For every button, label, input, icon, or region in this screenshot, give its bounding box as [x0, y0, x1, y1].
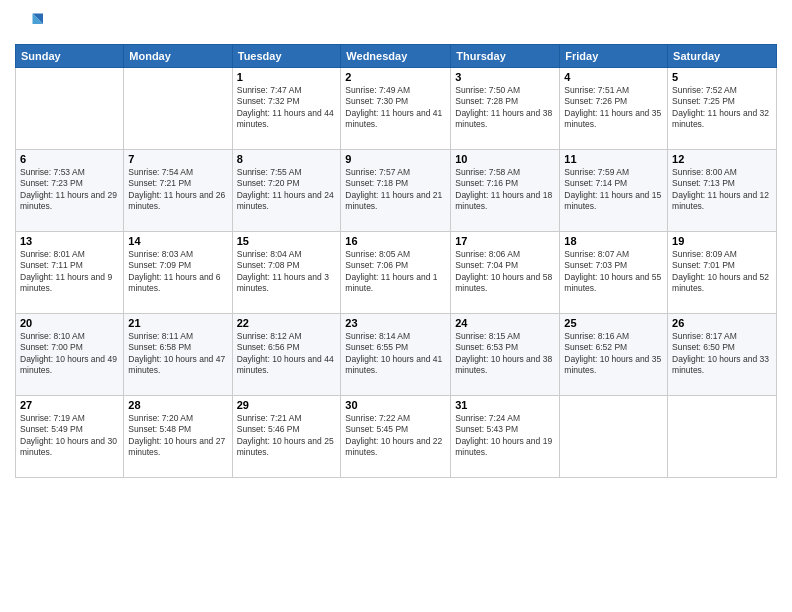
day-info: Sunrise: 8:03 AM Sunset: 7:09 PM Dayligh… [128, 249, 227, 295]
calendar-cell: 14Sunrise: 8:03 AM Sunset: 7:09 PM Dayli… [124, 232, 232, 314]
calendar-cell: 11Sunrise: 7:59 AM Sunset: 7:14 PM Dayli… [560, 150, 668, 232]
day-number: 9 [345, 153, 446, 165]
day-number: 31 [455, 399, 555, 411]
day-number: 22 [237, 317, 337, 329]
calendar-cell: 23Sunrise: 8:14 AM Sunset: 6:55 PM Dayli… [341, 314, 451, 396]
calendar-cell: 9Sunrise: 7:57 AM Sunset: 7:18 PM Daylig… [341, 150, 451, 232]
day-number: 14 [128, 235, 227, 247]
calendar-week-5: 27Sunrise: 7:19 AM Sunset: 5:49 PM Dayli… [16, 396, 777, 478]
calendar-week-1: 1Sunrise: 7:47 AM Sunset: 7:32 PM Daylig… [16, 68, 777, 150]
calendar-cell: 25Sunrise: 8:16 AM Sunset: 6:52 PM Dayli… [560, 314, 668, 396]
page: SundayMondayTuesdayWednesdayThursdayFrid… [0, 0, 792, 612]
calendar-week-3: 13Sunrise: 8:01 AM Sunset: 7:11 PM Dayli… [16, 232, 777, 314]
calendar-cell: 22Sunrise: 8:12 AM Sunset: 6:56 PM Dayli… [232, 314, 341, 396]
day-info: Sunrise: 8:06 AM Sunset: 7:04 PM Dayligh… [455, 249, 555, 295]
calendar-cell [668, 396, 777, 478]
calendar-cell: 8Sunrise: 7:55 AM Sunset: 7:20 PM Daylig… [232, 150, 341, 232]
calendar-cell [560, 396, 668, 478]
day-number: 27 [20, 399, 119, 411]
day-info: Sunrise: 7:52 AM Sunset: 7:25 PM Dayligh… [672, 85, 772, 131]
day-number: 30 [345, 399, 446, 411]
day-info: Sunrise: 8:15 AM Sunset: 6:53 PM Dayligh… [455, 331, 555, 377]
weekday-header-wednesday: Wednesday [341, 45, 451, 68]
calendar-cell: 31Sunrise: 7:24 AM Sunset: 5:43 PM Dayli… [451, 396, 560, 478]
day-info: Sunrise: 7:58 AM Sunset: 7:16 PM Dayligh… [455, 167, 555, 213]
day-number: 28 [128, 399, 227, 411]
day-number: 4 [564, 71, 663, 83]
calendar-cell: 5Sunrise: 7:52 AM Sunset: 7:25 PM Daylig… [668, 68, 777, 150]
day-number: 2 [345, 71, 446, 83]
weekday-header-row: SundayMondayTuesdayWednesdayThursdayFrid… [16, 45, 777, 68]
calendar-cell: 30Sunrise: 7:22 AM Sunset: 5:45 PM Dayli… [341, 396, 451, 478]
logo-icon [15, 10, 43, 38]
calendar-week-4: 20Sunrise: 8:10 AM Sunset: 7:00 PM Dayli… [16, 314, 777, 396]
day-info: Sunrise: 7:59 AM Sunset: 7:14 PM Dayligh… [564, 167, 663, 213]
day-number: 11 [564, 153, 663, 165]
calendar-cell: 19Sunrise: 8:09 AM Sunset: 7:01 PM Dayli… [668, 232, 777, 314]
weekday-header-tuesday: Tuesday [232, 45, 341, 68]
day-number: 23 [345, 317, 446, 329]
day-number: 16 [345, 235, 446, 247]
calendar-cell: 12Sunrise: 8:00 AM Sunset: 7:13 PM Dayli… [668, 150, 777, 232]
day-info: Sunrise: 8:00 AM Sunset: 7:13 PM Dayligh… [672, 167, 772, 213]
day-number: 24 [455, 317, 555, 329]
day-info: Sunrise: 7:20 AM Sunset: 5:48 PM Dayligh… [128, 413, 227, 459]
calendar-week-2: 6Sunrise: 7:53 AM Sunset: 7:23 PM Daylig… [16, 150, 777, 232]
calendar-cell: 3Sunrise: 7:50 AM Sunset: 7:28 PM Daylig… [451, 68, 560, 150]
day-info: Sunrise: 7:50 AM Sunset: 7:28 PM Dayligh… [455, 85, 555, 131]
calendar-table: SundayMondayTuesdayWednesdayThursdayFrid… [15, 44, 777, 478]
day-info: Sunrise: 7:24 AM Sunset: 5:43 PM Dayligh… [455, 413, 555, 459]
weekday-header-friday: Friday [560, 45, 668, 68]
day-info: Sunrise: 7:54 AM Sunset: 7:21 PM Dayligh… [128, 167, 227, 213]
day-info: Sunrise: 7:21 AM Sunset: 5:46 PM Dayligh… [237, 413, 337, 459]
day-number: 15 [237, 235, 337, 247]
calendar-cell: 17Sunrise: 8:06 AM Sunset: 7:04 PM Dayli… [451, 232, 560, 314]
calendar-cell: 16Sunrise: 8:05 AM Sunset: 7:06 PM Dayli… [341, 232, 451, 314]
day-info: Sunrise: 7:22 AM Sunset: 5:45 PM Dayligh… [345, 413, 446, 459]
day-number: 13 [20, 235, 119, 247]
day-info: Sunrise: 8:04 AM Sunset: 7:08 PM Dayligh… [237, 249, 337, 295]
calendar-cell [124, 68, 232, 150]
calendar-cell: 26Sunrise: 8:17 AM Sunset: 6:50 PM Dayli… [668, 314, 777, 396]
day-number: 17 [455, 235, 555, 247]
day-number: 12 [672, 153, 772, 165]
calendar-cell: 13Sunrise: 8:01 AM Sunset: 7:11 PM Dayli… [16, 232, 124, 314]
day-info: Sunrise: 8:11 AM Sunset: 6:58 PM Dayligh… [128, 331, 227, 377]
day-number: 20 [20, 317, 119, 329]
day-number: 10 [455, 153, 555, 165]
day-number: 18 [564, 235, 663, 247]
day-info: Sunrise: 8:09 AM Sunset: 7:01 PM Dayligh… [672, 249, 772, 295]
calendar-cell: 20Sunrise: 8:10 AM Sunset: 7:00 PM Dayli… [16, 314, 124, 396]
calendar-cell: 27Sunrise: 7:19 AM Sunset: 5:49 PM Dayli… [16, 396, 124, 478]
calendar-cell: 6Sunrise: 7:53 AM Sunset: 7:23 PM Daylig… [16, 150, 124, 232]
day-number: 1 [237, 71, 337, 83]
day-info: Sunrise: 7:47 AM Sunset: 7:32 PM Dayligh… [237, 85, 337, 131]
calendar-cell: 24Sunrise: 8:15 AM Sunset: 6:53 PM Dayli… [451, 314, 560, 396]
calendar-cell: 21Sunrise: 8:11 AM Sunset: 6:58 PM Dayli… [124, 314, 232, 396]
day-info: Sunrise: 8:01 AM Sunset: 7:11 PM Dayligh… [20, 249, 119, 295]
calendar-cell: 15Sunrise: 8:04 AM Sunset: 7:08 PM Dayli… [232, 232, 341, 314]
day-number: 25 [564, 317, 663, 329]
day-info: Sunrise: 8:05 AM Sunset: 7:06 PM Dayligh… [345, 249, 446, 295]
weekday-header-thursday: Thursday [451, 45, 560, 68]
day-info: Sunrise: 7:55 AM Sunset: 7:20 PM Dayligh… [237, 167, 337, 213]
day-info: Sunrise: 7:49 AM Sunset: 7:30 PM Dayligh… [345, 85, 446, 131]
day-info: Sunrise: 8:16 AM Sunset: 6:52 PM Dayligh… [564, 331, 663, 377]
weekday-header-monday: Monday [124, 45, 232, 68]
calendar-cell: 2Sunrise: 7:49 AM Sunset: 7:30 PM Daylig… [341, 68, 451, 150]
day-number: 3 [455, 71, 555, 83]
day-number: 6 [20, 153, 119, 165]
day-number: 19 [672, 235, 772, 247]
day-info: Sunrise: 8:17 AM Sunset: 6:50 PM Dayligh… [672, 331, 772, 377]
day-info: Sunrise: 8:07 AM Sunset: 7:03 PM Dayligh… [564, 249, 663, 295]
day-number: 5 [672, 71, 772, 83]
weekday-header-saturday: Saturday [668, 45, 777, 68]
day-number: 7 [128, 153, 227, 165]
day-number: 26 [672, 317, 772, 329]
calendar-cell: 1Sunrise: 7:47 AM Sunset: 7:32 PM Daylig… [232, 68, 341, 150]
header [15, 10, 777, 38]
weekday-header-sunday: Sunday [16, 45, 124, 68]
day-info: Sunrise: 7:51 AM Sunset: 7:26 PM Dayligh… [564, 85, 663, 131]
day-info: Sunrise: 8:12 AM Sunset: 6:56 PM Dayligh… [237, 331, 337, 377]
day-number: 21 [128, 317, 227, 329]
